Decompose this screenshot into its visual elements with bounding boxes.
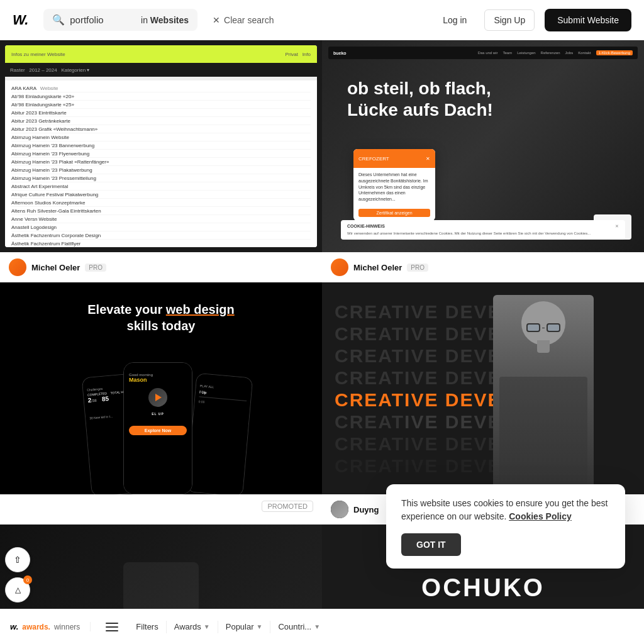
list-item: Anastell Logodesign [11,223,311,231]
filters-button[interactable]: Filters [128,618,165,635]
card-1-footer: Michel Oeler PRO [0,252,322,282]
got-it-button[interactable]: GOT IT [401,533,461,556]
notification-count: 0 [23,575,32,584]
list-item: Abimzug Hamein '23 Plakatwerbung [11,166,311,174]
card-1-preview: Infos zu meiner Website Privat Info Rast… [5,45,317,247]
popup-body: Dieses Unternehmen hat eine ausgezeichne… [353,168,435,206]
search-icon: 🔍 [52,14,65,26]
phone-mockups: Challenges COMPLETED TOTAL HRS 2/38 85 3… [73,356,249,494]
signup-button[interactable]: Sign Up [484,9,535,31]
popup-header: CREFOZERT ✕ [353,149,435,168]
bottom-logo-area: w. awards. winners [10,622,91,631]
card-3-title-highlight: web design [166,303,235,316]
card-4-creator-name: Duyng [353,505,379,514]
card-1: Infos zu meiner Website Privat Info Rast… [0,40,322,282]
phone-right: PLAY ALL l Up 0:00 [186,373,253,494]
card-2-footer: Michel Oeler PRO [322,252,644,282]
list-item: Abimzug Hamein '23 Flyerwerbung [11,150,311,158]
scroll-to-top-button[interactable]: ⇧ [5,547,30,572]
list-item: Abimzug Hamein '23 Bannerwerbung [11,142,311,150]
creative-dev-background: CREATIVE DEVELOPER CREATIVE DEVELOPER CR… [322,282,644,494]
card-1-image[interactable]: Infos zu meiner Website Privat Info Rast… [0,40,322,252]
clear-search-button[interactable]: ✕ Clear search [208,13,279,28]
awards-chevron-icon: ▼ [204,623,210,630]
countries-filter-button[interactable]: Countri... ▼ [270,618,328,635]
list-item: Ästhetik Fachzentrum Flattflyer [11,240,311,247]
list-item: Altens Ruh Silvester-Gala Eintrittskarte… [11,207,311,215]
bottom-awards-label: awards. [22,623,50,631]
main-grid: Infos zu meiner Website Privat Info Rast… [0,40,644,525]
ham-line-1 [106,623,118,624]
login-button[interactable]: Log in [435,10,474,30]
list-item: Abimzug Hamein Website [11,133,311,142]
countries-chevron-icon: ▼ [314,623,320,630]
search-in-label: in Websites [141,15,189,25]
card-1-header-bar: Infos zu meiner Website Privat Info [5,45,317,63]
card-3-title-line2: skills today [127,319,196,333]
card-3: Elevate your web design skills today Cha… [0,282,322,525]
card-3-image[interactable]: Elevate your web design skills today Cha… [0,282,322,494]
list-item: Afrique Culture Festival Plakatwerbung [11,191,311,199]
list-item: Abitur 2023 Grafik «Weihnachtsmann» [11,125,311,133]
popup-btn[interactable]: Zertifikat anzeigen [358,209,430,217]
arrow-up-icon: ⇧ [14,555,21,565]
notification-button[interactable]: △ 0 [5,577,30,602]
list-item: Abitur 2023 Eintrittskarte [11,109,311,117]
card-1-creator-name: Michel Oeler [31,263,80,272]
card-1-pro-badge: PRO [85,264,106,272]
ham-line-2 [106,626,118,628]
bottom-bar: w. awards. winners Filters Awards ▼ Popu… [0,609,644,644]
card-2-image[interactable]: bueko Das und wir Team Leistungen Refere… [322,40,644,252]
list-item: Abstract Art Experimental [11,182,311,191]
hamburger-menu[interactable] [106,623,118,631]
list-item: Ästhetik Fachzentrum Corporate Design [11,231,311,240]
card-1-nav-bar: Raster 2012 – 2024 Kategorien ▾ [5,63,317,77]
card-2-crefozert-popup: CREFOZERT ✕ Dieses Unternehmen hat eine … [353,149,435,221]
card-2-nav: bueko Das und wir Team Leistungen Refere… [328,47,638,59]
card-1-avatar [9,258,26,276]
card-2-creator-name: Michel Oeler [353,263,402,272]
bottom-filters: Filters Awards ▼ Popular ▼ Countri... ▼ [128,618,328,635]
card-1-list: ARA KARA Website Ab'98 Einladungskarte «… [5,80,317,247]
bottom-logo: w. [10,622,18,631]
promoted-badge: PROMOTED [262,501,313,512]
list-item: Ab'98 Einladungskarte «20» [11,92,311,101]
header: W. 🔍 portfolio in Websites ✕ Clear searc… [0,0,644,40]
list-item: ARA KARA Website [11,84,311,92]
list-item: Abimzug Hamein '23 Plakat «Rattenfänger» [11,158,311,166]
card-3-footer: PROMOTED [0,494,322,518]
cookie-banner: This website uses cookies to ensure you … [386,484,625,569]
search-bar[interactable]: 🔍 portfolio in Websites [43,9,197,31]
list-item: Abimzug Hamein '23 Pressemitteilung [11,174,311,182]
card-4-image[interactable]: CREATIVE DEVELOPER CREATIVE DEVELOPER CR… [322,282,644,494]
card-3-title-line1: Elevate your [87,303,166,316]
card-2-pro-badge: PRO [407,264,428,272]
list-item: Afternoon Studios Konzeptmarke [11,199,311,207]
bell-icon: △ [15,586,21,594]
search-query: portfolio [70,14,136,25]
list-item: Abitur 2023 Getränkekarte [11,117,311,125]
person-overlay [493,295,594,490]
cookie-text: This website uses cookies to ensure you … [401,497,610,523]
card-3-content: Elevate your web design skills today Cha… [0,282,322,494]
card-2-headline: ob steil, ob flach, Lücke aufs Dach! [347,78,619,120]
phone-center: Good morning Mason EL UP Explore Now [123,362,192,494]
awards-filter-button[interactable]: Awards ▼ [167,618,218,635]
winners-label: winners [54,623,80,631]
logo: W. [13,12,28,28]
close-icon: ✕ [213,15,220,25]
card-2-cookie-notice: COOKIE-HINWEIS ✕ Wir verwenden auf unser… [341,220,625,240]
card-4-avatar [331,501,348,518]
list-item: Anne Versn Website [11,215,311,223]
bottom-left-controls: ⇧ △ 0 [5,547,30,602]
list-item: Ab'98 Einladungskarte «25» [11,101,311,109]
ham-line-3 [106,630,118,631]
popular-filter-button[interactable]: Popular ▼ [218,618,270,635]
card-2-avatar [331,258,348,276]
cookies-policy-link[interactable]: Cookies Policy [509,511,572,521]
bottom-card-right-text: OCHUKO [421,574,545,602]
submit-website-button[interactable]: Submit Website [545,9,631,31]
popular-chevron-icon: ▼ [257,623,263,630]
card-2: bueko Das und wir Team Leistungen Refere… [322,40,644,282]
